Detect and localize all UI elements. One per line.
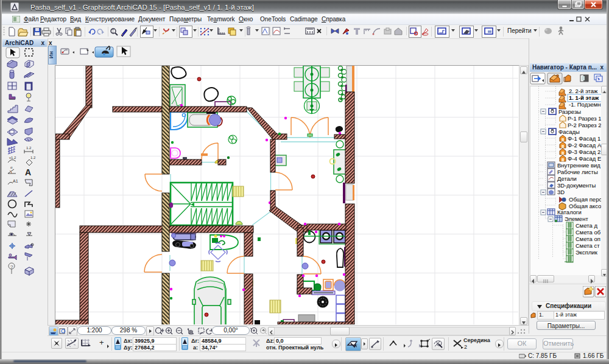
svg-text:Р-2 Разрез 2: Р-2 Разрез 2 [568, 122, 602, 128]
svg-text:Разрезы: Разрезы [558, 108, 581, 115]
svg-text:Ф-4 Фасад Е: Ф-4 Фасад Е [568, 155, 601, 162]
svg-text:Ф-1 Фасад 1: Ф-1 Фасад 1 [568, 135, 600, 142]
svg-text:Элемент: Элемент [565, 215, 588, 222]
svg-text:A1: A1 [13, 179, 18, 183]
svg-text:Фасады: Фасады [558, 128, 580, 135]
svg-text:A: A [25, 167, 31, 177]
svg-text:1.2: 1.2 [26, 146, 32, 150]
svg-text:1. 1-й этаж: 1. 1-й этаж [569, 94, 599, 101]
svg-text:α: α [10, 166, 13, 169]
svg-text:3D-документы: 3D-документы [557, 182, 596, 189]
svg-text:v1.2: v1.2 [9, 156, 16, 159]
svg-text:Детали: Детали [557, 175, 577, 182]
svg-text:Эксплик: Эксплик [576, 249, 598, 256]
svg-text:?: ? [10, 264, 13, 270]
svg-text:Смета оп: Смета оп [576, 236, 600, 242]
svg-text:Смета об: Смета об [576, 229, 601, 236]
svg-text:Каталоги: Каталоги [557, 209, 582, 215]
svg-text:Смета ст: Смета ст [576, 242, 600, 249]
svg-text:3D: 3D [557, 189, 565, 195]
svg-text:Внутренние вид: Внутренние вид [557, 162, 600, 169]
svg-text:1.2: 1.2 [30, 156, 36, 159]
svg-text:Рабочие листы: Рабочие листы [557, 169, 598, 175]
svg-text:2. 2-й этаж: 2. 2-й этаж [569, 88, 598, 94]
svg-text:Ф-3 Фасад 2: Ф-3 Фасад 2 [568, 149, 600, 155]
svg-text:Смета д: Смета д [576, 222, 598, 229]
svg-text:-1. Подземн: -1. Подземн [569, 101, 600, 108]
svg-text:Р-1 Разрез 1: Р-1 Разрез 1 [568, 115, 602, 122]
svg-text:Общая перс: Общая перс [569, 196, 602, 203]
svg-text:Ф-2 Фасад А: Ф-2 Фасад А [568, 142, 602, 149]
